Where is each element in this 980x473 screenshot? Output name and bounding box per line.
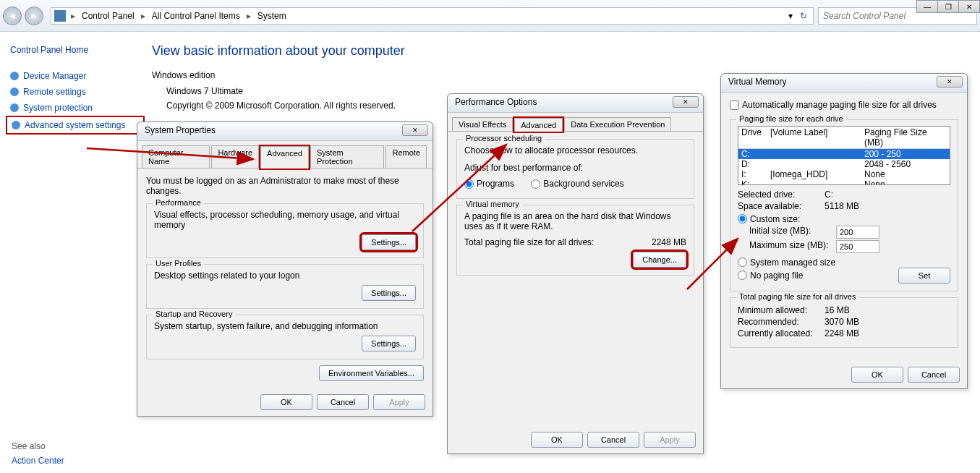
crumb-1[interactable]: Control Panel <box>77 11 139 21</box>
chevron-right-icon: ▸ <box>69 11 77 21</box>
crumb-2[interactable]: All Control Panel Items <box>148 11 244 21</box>
close-icon[interactable]: ✕ <box>937 76 963 88</box>
radio-input[interactable] <box>531 179 540 189</box>
radio-input[interactable] <box>738 270 747 280</box>
radio-system-managed[interactable]: System managed size <box>738 257 936 268</box>
apply-button[interactable]: Apply <box>373 394 425 410</box>
ok-button[interactable]: OK <box>851 367 903 383</box>
environment-variables-button[interactable]: Environment Variables... <box>319 365 424 381</box>
col-volume: [Volume Label] <box>767 127 861 148</box>
sidebar-link-remote-settings[interactable]: Remote settings <box>6 84 145 100</box>
sidebar-item-label: System protection <box>23 103 93 113</box>
refresh-icon[interactable]: ↻ <box>797 11 810 21</box>
total-paging-group: Total paging file size for all drives Mi… <box>730 297 958 348</box>
back-button[interactable]: ◄ <box>3 7 22 25</box>
radio-input[interactable] <box>738 257 747 267</box>
sidebar-item-label: Advanced system settings <box>25 120 125 130</box>
auto-manage-checkbox[interactable]: Automatically manage paging file size fo… <box>730 100 937 110</box>
radio-label: Custom size: <box>750 214 800 224</box>
windows-edition-name: Windows 7 Ultimate <box>152 86 405 96</box>
performance-options-dialog: Performance Options ✕ Visual Effects Adv… <box>447 93 704 454</box>
space-available-value: 5118 MB <box>825 201 859 211</box>
tab-advanced[interactable]: Advanced <box>514 118 563 132</box>
performance-group: Performance Visual effects, processor sc… <box>146 203 424 258</box>
vm-total-value: 2248 MB <box>652 237 686 247</box>
performance-settings-button[interactable]: Settings... <box>362 234 416 250</box>
page-title: View basic information about your comput… <box>152 43 405 59</box>
radio-custom-size[interactable]: Custom size: <box>738 214 936 224</box>
sidebar-home-link[interactable]: Control Panel Home <box>6 39 145 61</box>
shield-icon <box>12 121 20 129</box>
dialog-title-text: Performance Options <box>455 97 537 107</box>
close-icon[interactable]: ✕ <box>673 96 699 108</box>
window-maximize[interactable]: ❐ <box>937 0 959 13</box>
startup-recovery-settings-button[interactable]: Settings... <box>362 336 416 351</box>
performance-group-title: Performance <box>153 198 204 207</box>
set-button[interactable]: Set <box>898 268 950 284</box>
sidebar: Control Panel Home Device Manager Remote… <box>0 32 145 473</box>
paging-file-title: Paging file size for each drive <box>736 114 846 123</box>
cancel-button[interactable]: Cancel <box>908 367 960 383</box>
startup-recovery-title: Startup and Recovery <box>153 310 235 318</box>
see-also-action-center[interactable]: Action Center <box>12 456 64 466</box>
drive-list[interactable]: Drive [Volume Label] Paging File Size (M… <box>738 126 950 185</box>
change-button[interactable]: Change... <box>633 252 686 268</box>
shield-icon <box>10 103 19 112</box>
admin-note: You must be logged on as an Administrato… <box>146 176 424 196</box>
virtual-memory-title: Virtual memory <box>463 200 522 208</box>
drive-row[interactable]: C:200 - 250 <box>738 149 950 159</box>
sidebar-link-advanced-system-settings[interactable]: Advanced system settings <box>6 116 145 135</box>
ok-button[interactable]: OK <box>531 432 583 448</box>
dialog-title: Virtual Memory ✕ <box>721 74 967 93</box>
drive-row[interactable]: K:None <box>738 179 950 185</box>
sidebar-item-label: Remote settings <box>23 87 86 97</box>
radio-input[interactable] <box>464 179 474 189</box>
cancel-button[interactable]: Cancel <box>587 432 639 448</box>
dialog-title: System Properties ✕ <box>137 122 433 141</box>
initial-size-label: Initial size (MB): <box>749 226 836 239</box>
chevron-right-icon: ▸ <box>244 11 253 21</box>
radio-programs[interactable]: Programs <box>464 179 514 189</box>
ok-button[interactable]: OK <box>260 394 312 410</box>
system-properties-dialog: System Properties ✕ Computer Name Hardwa… <box>137 122 433 417</box>
user-profiles-group: User Profiles Desktop settings related t… <box>146 264 424 309</box>
tab-advanced[interactable]: Advanced <box>260 146 309 169</box>
virtual-memory-dialog: Virtual Memory ✕ Automatically manage pa… <box>720 73 968 389</box>
radio-no-paging-file[interactable]: No paging file <box>738 270 884 281</box>
breadcrumb[interactable]: ▸ Control Panel ▸ All Control Panel Item… <box>51 7 814 25</box>
radio-label: Background services <box>543 179 623 189</box>
cancel-button[interactable]: Cancel <box>317 394 369 410</box>
computer-icon <box>54 10 66 22</box>
window-minimize[interactable]: — <box>916 0 938 13</box>
tab-remote[interactable]: Remote <box>385 145 427 168</box>
apply-button[interactable]: Apply <box>644 432 696 448</box>
window-close[interactable]: ✕ <box>958 0 980 13</box>
crumb-3[interactable]: System <box>253 11 291 21</box>
sidebar-link-device-manager[interactable]: Device Manager <box>6 68 145 84</box>
tab-visual-effects[interactable]: Visual Effects <box>452 117 513 131</box>
close-icon[interactable]: ✕ <box>402 124 428 136</box>
processor-scheduling-desc: Choose how to allocate processor resourc… <box>464 145 686 155</box>
radio-input[interactable] <box>738 214 747 223</box>
radio-label: No paging file <box>750 270 803 281</box>
tab-system-protection[interactable]: System Protection <box>310 145 384 168</box>
initial-size-input[interactable] <box>836 226 879 239</box>
user-profiles-settings-button[interactable]: Settings... <box>362 285 416 301</box>
tab-computer-name[interactable]: Computer Name <box>142 145 210 168</box>
forward-button[interactable]: ► <box>25 7 43 25</box>
selected-drive-label: Selected drive: <box>738 189 825 200</box>
drive-row[interactable]: D:2048 - 2560 <box>738 159 950 169</box>
tab-hardware[interactable]: Hardware <box>211 145 259 168</box>
total-paging-title: Total paging file size for all drives <box>736 292 858 301</box>
maximum-size-input[interactable] <box>836 240 879 253</box>
checkbox-input[interactable] <box>730 101 739 110</box>
performance-options-tabs: Visual Effects Advanced Data Execution P… <box>448 113 703 132</box>
dropdown-icon[interactable]: ▾ <box>784 11 797 21</box>
startup-recovery-desc: System startup, system failure, and debu… <box>154 321 416 331</box>
startup-recovery-group: Startup and Recovery System startup, sys… <box>146 315 424 359</box>
tab-dep[interactable]: Data Execution Prevention <box>564 117 671 131</box>
chevron-right-icon: ▸ <box>139 11 148 21</box>
drive-row[interactable]: I:[Iomega_HDD]None <box>738 169 950 179</box>
sidebar-link-system-protection[interactable]: System protection <box>6 100 145 116</box>
radio-background-services[interactable]: Background services <box>531 179 623 189</box>
